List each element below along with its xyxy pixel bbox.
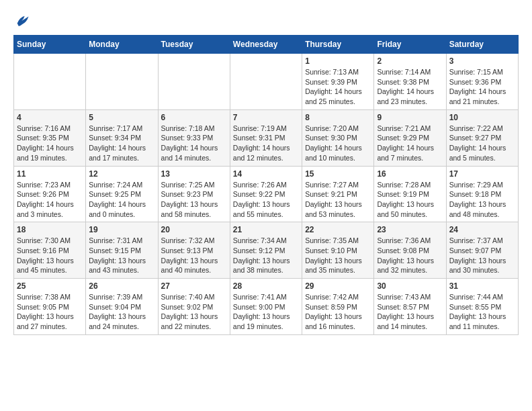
- calendar-cell: 31Sunrise: 7:44 AMSunset: 8:55 PMDayligh…: [446, 279, 518, 335]
- day-info: Sunrise: 7:31 AMSunset: 9:15 PMDaylight:…: [89, 236, 154, 275]
- calendar-cell: 1Sunrise: 7:13 AMSunset: 9:39 PMDaylight…: [302, 54, 374, 110]
- day-number: 14: [233, 169, 299, 179]
- day-number: 30: [377, 281, 443, 291]
- calendar-cell: 23Sunrise: 7:36 AMSunset: 9:08 PMDayligh…: [374, 222, 446, 279]
- logo: [13, 13, 30, 28]
- day-info: Sunrise: 7:27 AMSunset: 9:21 PMDaylight:…: [305, 180, 371, 220]
- day-number: 27: [161, 281, 227, 291]
- day-number: 10: [449, 113, 515, 122]
- week-row-3: 11Sunrise: 7:23 AMSunset: 9:26 PMDayligh…: [14, 166, 519, 222]
- calendar-cell: 17Sunrise: 7:29 AMSunset: 9:18 PMDayligh…: [446, 166, 518, 222]
- week-row-4: 18Sunrise: 7:30 AMSunset: 9:16 PMDayligh…: [14, 222, 519, 279]
- column-header-saturday: Saturday: [446, 36, 518, 54]
- week-row-2: 4Sunrise: 7:16 AMSunset: 9:35 PMDaylight…: [14, 109, 519, 166]
- day-info: Sunrise: 7:18 AMSunset: 9:33 PMDaylight:…: [161, 124, 227, 163]
- calendar-cell: 25Sunrise: 7:38 AMSunset: 9:05 PMDayligh…: [14, 279, 86, 335]
- column-header-sunday: Sunday: [14, 36, 86, 54]
- calendar-cell: 2Sunrise: 7:14 AMSunset: 9:38 PMDaylight…: [374, 54, 446, 110]
- day-info: Sunrise: 7:35 AMSunset: 9:10 PMDaylight:…: [305, 236, 371, 275]
- day-info: Sunrise: 7:16 AMSunset: 9:35 PMDaylight:…: [17, 124, 83, 163]
- day-number: 4: [17, 113, 83, 122]
- column-header-monday: Monday: [86, 36, 158, 54]
- day-info: Sunrise: 7:24 AMSunset: 9:25 PMDaylight:…: [89, 180, 154, 220]
- day-info: Sunrise: 7:15 AMSunset: 9:36 PMDaylight:…: [449, 67, 515, 107]
- calendar-cell: 13Sunrise: 7:25 AMSunset: 9:23 PMDayligh…: [158, 166, 230, 222]
- day-info: Sunrise: 7:40 AMSunset: 9:02 PMDaylight:…: [161, 292, 227, 332]
- day-info: Sunrise: 7:44 AMSunset: 8:55 PMDaylight:…: [449, 292, 515, 332]
- calendar-cell: [14, 54, 86, 110]
- calendar-cell: 16Sunrise: 7:28 AMSunset: 9:19 PMDayligh…: [374, 166, 446, 222]
- day-info: Sunrise: 7:37 AMSunset: 9:07 PMDaylight:…: [449, 236, 515, 275]
- calendar-cell: 5Sunrise: 7:17 AMSunset: 9:34 PMDaylight…: [86, 109, 158, 166]
- day-number: 17: [449, 169, 515, 179]
- day-number: 6: [161, 113, 227, 122]
- day-number: 25: [17, 281, 83, 291]
- day-info: Sunrise: 7:41 AMSunset: 9:00 PMDaylight:…: [233, 292, 299, 332]
- week-row-1: 1Sunrise: 7:13 AMSunset: 9:39 PMDaylight…: [14, 54, 519, 110]
- day-number: 5: [89, 113, 154, 122]
- calendar-cell: [158, 54, 230, 110]
- calendar-cell: 18Sunrise: 7:30 AMSunset: 9:16 PMDayligh…: [14, 222, 86, 279]
- logo-bird-icon: [15, 13, 30, 28]
- day-number: 19: [89, 225, 154, 234]
- calendar-cell: 27Sunrise: 7:40 AMSunset: 9:02 PMDayligh…: [158, 279, 230, 335]
- calendar-cell: 26Sunrise: 7:39 AMSunset: 9:04 PMDayligh…: [86, 279, 158, 335]
- calendar-cell: 4Sunrise: 7:16 AMSunset: 9:35 PMDaylight…: [14, 109, 86, 166]
- day-info: Sunrise: 7:32 AMSunset: 9:13 PMDaylight:…: [161, 236, 227, 275]
- calendar-cell: 24Sunrise: 7:37 AMSunset: 9:07 PMDayligh…: [446, 222, 518, 279]
- calendar-cell: 12Sunrise: 7:24 AMSunset: 9:25 PMDayligh…: [86, 166, 158, 222]
- day-info: Sunrise: 7:28 AMSunset: 9:19 PMDaylight:…: [377, 180, 443, 220]
- day-info: Sunrise: 7:21 AMSunset: 9:29 PMDaylight:…: [377, 124, 443, 163]
- calendar-cell: 20Sunrise: 7:32 AMSunset: 9:13 PMDayligh…: [158, 222, 230, 279]
- column-header-thursday: Thursday: [302, 36, 374, 54]
- calendar-cell: 3Sunrise: 7:15 AMSunset: 9:36 PMDaylight…: [446, 54, 518, 110]
- day-number: 23: [377, 225, 443, 234]
- day-number: 8: [305, 113, 371, 122]
- day-info: Sunrise: 7:34 AMSunset: 9:12 PMDaylight:…: [233, 236, 299, 275]
- day-number: 20: [161, 225, 227, 234]
- day-number: 24: [449, 225, 515, 234]
- day-number: 22: [305, 225, 371, 234]
- day-number: 31: [449, 281, 515, 291]
- day-number: 2: [377, 56, 443, 66]
- calendar-cell: 22Sunrise: 7:35 AMSunset: 9:10 PMDayligh…: [302, 222, 374, 279]
- day-number: 26: [89, 281, 154, 291]
- day-info: Sunrise: 7:42 AMSunset: 8:59 PMDaylight:…: [305, 292, 371, 332]
- day-number: 11: [17, 169, 83, 179]
- calendar-cell: 8Sunrise: 7:20 AMSunset: 9:30 PMDaylight…: [302, 109, 374, 166]
- day-number: 28: [233, 281, 299, 291]
- day-info: Sunrise: 7:22 AMSunset: 9:27 PMDaylight:…: [449, 124, 515, 163]
- day-info: Sunrise: 7:19 AMSunset: 9:31 PMDaylight:…: [233, 124, 299, 163]
- day-info: Sunrise: 7:36 AMSunset: 9:08 PMDaylight:…: [377, 236, 443, 275]
- day-info: Sunrise: 7:43 AMSunset: 8:57 PMDaylight:…: [377, 292, 443, 332]
- column-header-wednesday: Wednesday: [230, 36, 302, 54]
- calendar-cell: 7Sunrise: 7:19 AMSunset: 9:31 PMDaylight…: [230, 109, 302, 166]
- calendar-cell: 11Sunrise: 7:23 AMSunset: 9:26 PMDayligh…: [14, 166, 86, 222]
- header: [13, 13, 519, 28]
- day-info: Sunrise: 7:17 AMSunset: 9:34 PMDaylight:…: [89, 124, 154, 163]
- day-number: 16: [377, 169, 443, 179]
- calendar-cell: [86, 54, 158, 110]
- day-info: Sunrise: 7:26 AMSunset: 9:22 PMDaylight:…: [233, 180, 299, 220]
- calendar-cell: 28Sunrise: 7:41 AMSunset: 9:00 PMDayligh…: [230, 279, 302, 335]
- day-number: 9: [377, 113, 443, 122]
- calendar-cell: 19Sunrise: 7:31 AMSunset: 9:15 PMDayligh…: [86, 222, 158, 279]
- column-header-tuesday: Tuesday: [158, 36, 230, 54]
- calendar-cell: 6Sunrise: 7:18 AMSunset: 9:33 PMDaylight…: [158, 109, 230, 166]
- day-info: Sunrise: 7:20 AMSunset: 9:30 PMDaylight:…: [305, 124, 371, 163]
- calendar-cell: 9Sunrise: 7:21 AMSunset: 9:29 PMDaylight…: [374, 109, 446, 166]
- day-info: Sunrise: 7:14 AMSunset: 9:38 PMDaylight:…: [377, 67, 443, 107]
- calendar-cell: 21Sunrise: 7:34 AMSunset: 9:12 PMDayligh…: [230, 222, 302, 279]
- calendar-cell: [230, 54, 302, 110]
- day-info: Sunrise: 7:13 AMSunset: 9:39 PMDaylight:…: [305, 67, 371, 107]
- day-number: 21: [233, 225, 299, 234]
- day-info: Sunrise: 7:29 AMSunset: 9:18 PMDaylight:…: [449, 180, 515, 220]
- calendar-cell: 14Sunrise: 7:26 AMSunset: 9:22 PMDayligh…: [230, 166, 302, 222]
- day-number: 3: [449, 56, 515, 66]
- column-header-friday: Friday: [374, 36, 446, 54]
- calendar-header-row: SundayMondayTuesdayWednesdayThursdayFrid…: [14, 36, 519, 54]
- calendar-cell: 10Sunrise: 7:22 AMSunset: 9:27 PMDayligh…: [446, 109, 518, 166]
- day-info: Sunrise: 7:39 AMSunset: 9:04 PMDaylight:…: [89, 292, 154, 332]
- day-info: Sunrise: 7:30 AMSunset: 9:16 PMDaylight:…: [17, 236, 83, 275]
- day-number: 18: [17, 225, 83, 234]
